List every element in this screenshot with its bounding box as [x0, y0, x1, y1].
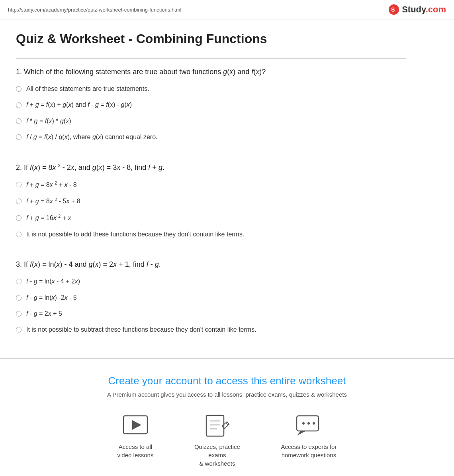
- video-icon: [121, 414, 149, 438]
- radio-button[interactable]: [16, 182, 22, 187]
- svg-text:S: S: [391, 6, 395, 13]
- question-3-text: 3. If f(x) = ln(x) - 4 and g(x) = 2x + 1…: [16, 259, 406, 270]
- svg-point-11: [302, 422, 305, 425]
- divider-2: [16, 251, 406, 251]
- page-title: Quiz & Worksheet - Combining Functions: [16, 31, 406, 46]
- cta-subtitle: A Premium account gives you access to al…: [8, 391, 446, 398]
- feature-video-label: Access to allvideo lessons: [117, 443, 154, 459]
- top-bar: http://study.com/academy/practice/quiz-w…: [0, 0, 454, 20]
- answer-text: f / g = f(x) / g(x), where g(x) cannot e…: [26, 133, 158, 142]
- page-url: http://study.com/academy/practice/quiz-w…: [8, 7, 181, 13]
- answer-text: f - g = ln(x - 4 + 2x): [26, 277, 80, 286]
- question-1-answer-4[interactable]: f / g = f(x) / g(x), where g(x) cannot e…: [16, 133, 406, 142]
- svg-marker-10: [297, 431, 306, 436]
- answer-text: f + g = f(x) + g(x) and f - g = f(x) - g…: [26, 100, 132, 109]
- svg-point-13: [313, 422, 315, 425]
- radio-button[interactable]: [16, 232, 22, 237]
- question-1-answer-1[interactable]: All of these statements are true stateme…: [16, 85, 406, 93]
- radio-button[interactable]: [16, 311, 22, 317]
- question-3: 3. If f(x) = ln(x) - 4 and g(x) = 2x + 1…: [16, 259, 406, 334]
- svg-rect-4: [206, 415, 224, 436]
- chat-icon: [295, 414, 323, 438]
- answer-text: f * g = f(x) * g(x): [26, 117, 71, 126]
- feature-quizzes-label: Quizzes, practice exams& worksheets: [185, 443, 249, 468]
- question-2-answer-3[interactable]: f + g = 16x 2 + x: [16, 213, 406, 223]
- question-1-answer-2[interactable]: f + g = f(x) + g(x) and f - g = f(x) - g…: [16, 100, 406, 109]
- answer-text: It is not possible to add these function…: [26, 230, 244, 239]
- answer-text: It is not possible to subtract these fun…: [26, 325, 256, 334]
- question-2: 2. If f(x) = 8x 2 - 2x, and g(x) = 3x - …: [16, 162, 406, 239]
- svg-point-12: [307, 422, 310, 425]
- answer-text: f - g = 2x + 5: [26, 309, 62, 318]
- radio-button[interactable]: [16, 118, 22, 124]
- svg-marker-3: [132, 420, 141, 430]
- logo-text: Study.com: [402, 4, 446, 15]
- radio-button[interactable]: [16, 327, 22, 332]
- question-2-answer-4[interactable]: It is not possible to add these function…: [16, 230, 406, 239]
- answer-text: f + g = 16x 2 + x: [26, 213, 71, 223]
- cta-title: Create your account to access this entir…: [8, 375, 446, 387]
- radio-button[interactable]: [16, 134, 22, 140]
- feature-video: Access to allvideo lessons: [117, 414, 154, 468]
- logo: S Study.com: [388, 4, 446, 15]
- question-2-answer-1[interactable]: f + g = 8x 2 + x - 8: [16, 180, 406, 190]
- question-3-answer-2[interactable]: f - g = ln(x) -2x - 5: [16, 293, 406, 302]
- radio-button[interactable]: [16, 102, 22, 108]
- answer-text: All of these statements are true stateme…: [26, 85, 149, 93]
- radio-button[interactable]: [16, 279, 22, 284]
- study-logo-icon: S: [388, 4, 399, 15]
- logo-dot: .com: [426, 4, 446, 14]
- answer-text: f + g = 8x 2 - 5x + 8: [26, 197, 80, 206]
- cta-section: Create your account to access this entir…: [0, 358, 454, 476]
- features-row: Access to allvideo lessons Quizzes, prac…: [8, 414, 446, 468]
- question-1: 1. Which of the following statements are…: [16, 67, 406, 142]
- radio-button[interactable]: [16, 295, 22, 301]
- feature-experts-label: Access to experts forhomework questions: [281, 443, 337, 459]
- title-divider: [16, 58, 406, 59]
- feature-experts: Access to experts forhomework questions: [281, 414, 337, 468]
- question-3-answer-1[interactable]: f - g = ln(x - 4 + 2x): [16, 277, 406, 286]
- question-2-text: 2. If f(x) = 8x 2 - 2x, and g(x) = 3x - …: [16, 162, 406, 173]
- answer-text: f - g = ln(x) -2x - 5: [26, 293, 77, 302]
- radio-button[interactable]: [16, 199, 22, 204]
- question-3-answer-4[interactable]: It is not possible to subtract these fun…: [16, 325, 406, 334]
- main-content: Quiz & Worksheet - Combining Functions 1…: [0, 20, 422, 358]
- question-3-answer-3[interactable]: f - g = 2x + 5: [16, 309, 406, 318]
- question-1-text: 1. Which of the following statements are…: [16, 67, 406, 77]
- quiz-icon: [203, 414, 231, 438]
- radio-button[interactable]: [16, 215, 22, 221]
- answer-text: f + g = 8x 2 + x - 8: [26, 180, 77, 190]
- divider-1: [16, 154, 406, 154]
- question-2-answer-2[interactable]: f + g = 8x 2 - 5x + 8: [16, 197, 406, 206]
- radio-button[interactable]: [16, 86, 22, 92]
- question-1-answer-3[interactable]: f * g = f(x) * g(x): [16, 117, 406, 126]
- feature-quizzes: Quizzes, practice exams& worksheets: [185, 414, 249, 468]
